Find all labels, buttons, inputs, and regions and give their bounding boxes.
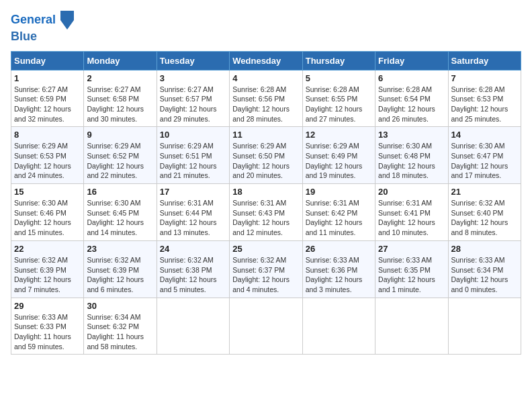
calendar-cell (448, 298, 521, 355)
day-number: 7 (451, 73, 518, 83)
calendar-table: SundayMondayTuesdayWednesdayThursdayFrid… (11, 51, 521, 355)
weekday-header-saturday: Saturday (448, 51, 521, 70)
calendar-cell: 5 Sunrise: 6:28 AMSunset: 6:55 PMDayligh… (302, 70, 375, 127)
calendar-cell: 29 Sunrise: 6:33 AMSunset: 6:33 PMDaylig… (11, 298, 84, 355)
calendar-cell: 17 Sunrise: 6:31 AMSunset: 6:44 PMDaylig… (157, 184, 229, 241)
weekday-header-friday: Friday (375, 51, 448, 70)
day-info: Sunrise: 6:33 AMSunset: 6:36 PMDaylight:… (306, 256, 363, 293)
calendar-cell: 27 Sunrise: 6:33 AMSunset: 6:35 PMDaylig… (375, 240, 448, 298)
day-info: Sunrise: 6:30 AMSunset: 6:45 PMDaylight:… (87, 199, 144, 236)
day-number: 20 (378, 187, 445, 197)
calendar-cell (302, 298, 375, 355)
day-info: Sunrise: 6:33 AMSunset: 6:34 PMDaylight:… (451, 256, 508, 293)
calendar-cell: 25 Sunrise: 6:32 AMSunset: 6:37 PMDaylig… (230, 240, 302, 298)
calendar-cell: 20 Sunrise: 6:31 AMSunset: 6:41 PMDaylig… (375, 184, 448, 241)
calendar-cell: 13 Sunrise: 6:30 AMSunset: 6:48 PMDaylig… (375, 127, 448, 184)
page-header: General Blue (11, 11, 521, 44)
calendar-cell (375, 298, 448, 355)
day-info: Sunrise: 6:29 AMSunset: 6:49 PMDaylight:… (306, 142, 363, 179)
day-number: 23 (87, 244, 153, 254)
day-info: Sunrise: 6:27 AMSunset: 6:58 PMDaylight:… (87, 85, 144, 123)
day-number: 3 (160, 73, 226, 83)
weekday-header-tuesday: Tuesday (157, 51, 229, 70)
calendar-cell: 11 Sunrise: 6:29 AMSunset: 6:50 PMDaylig… (230, 127, 302, 184)
calendar-cell: 14 Sunrise: 6:30 AMSunset: 6:47 PMDaylig… (448, 127, 521, 184)
day-number: 29 (14, 301, 81, 311)
calendar-cell: 21 Sunrise: 6:32 AMSunset: 6:40 PMDaylig… (448, 184, 521, 241)
calendar-cell: 28 Sunrise: 6:33 AMSunset: 6:34 PMDaylig… (448, 240, 521, 298)
day-number: 27 (378, 244, 445, 254)
calendar-week-4: 22 Sunrise: 6:32 AMSunset: 6:39 PMDaylig… (11, 240, 521, 298)
calendar-cell: 9 Sunrise: 6:29 AMSunset: 6:52 PMDayligh… (84, 127, 157, 184)
day-number: 19 (306, 187, 372, 197)
day-number: 25 (232, 244, 299, 254)
day-number: 12 (306, 130, 372, 140)
day-info: Sunrise: 6:28 AMSunset: 6:56 PMDaylight:… (232, 85, 290, 123)
day-info: Sunrise: 6:30 AMSunset: 6:47 PMDaylight:… (451, 142, 508, 179)
day-info: Sunrise: 6:27 AMSunset: 6:59 PMDaylight:… (14, 85, 71, 123)
calendar-cell: 3 Sunrise: 6:27 AMSunset: 6:57 PMDayligh… (157, 70, 229, 127)
day-info: Sunrise: 6:27 AMSunset: 6:57 PMDaylight:… (160, 85, 217, 123)
calendar-cell: 10 Sunrise: 6:29 AMSunset: 6:51 PMDaylig… (157, 127, 229, 184)
day-info: Sunrise: 6:28 AMSunset: 6:55 PMDaylight:… (306, 85, 363, 123)
day-info: Sunrise: 6:29 AMSunset: 6:50 PMDaylight:… (232, 142, 290, 179)
day-info: Sunrise: 6:28 AMSunset: 6:53 PMDaylight:… (451, 85, 508, 123)
calendar-cell: 12 Sunrise: 6:29 AMSunset: 6:49 PMDaylig… (302, 127, 375, 184)
calendar-cell (230, 298, 302, 355)
day-number: 13 (378, 130, 445, 140)
calendar-cell: 18 Sunrise: 6:31 AMSunset: 6:43 PMDaylig… (230, 184, 302, 241)
day-number: 28 (451, 244, 518, 254)
day-info: Sunrise: 6:29 AMSunset: 6:51 PMDaylight:… (160, 142, 217, 179)
calendar-cell: 19 Sunrise: 6:31 AMSunset: 6:42 PMDaylig… (302, 184, 375, 241)
day-number: 6 (378, 73, 445, 83)
day-number: 22 (14, 244, 81, 254)
day-number: 16 (87, 187, 153, 197)
day-info: Sunrise: 6:29 AMSunset: 6:53 PMDaylight:… (14, 142, 71, 179)
calendar-week-2: 8 Sunrise: 6:29 AMSunset: 6:53 PMDayligh… (11, 127, 521, 184)
day-info: Sunrise: 6:31 AMSunset: 6:41 PMDaylight:… (378, 199, 435, 236)
weekday-header-thursday: Thursday (302, 51, 375, 70)
day-info: Sunrise: 6:33 AMSunset: 6:35 PMDaylight:… (378, 256, 435, 293)
weekday-header-wednesday: Wednesday (230, 51, 302, 70)
calendar-cell: 4 Sunrise: 6:28 AMSunset: 6:56 PMDayligh… (230, 70, 302, 127)
day-number: 1 (14, 73, 81, 83)
day-number: 2 (87, 73, 153, 83)
calendar-cell: 24 Sunrise: 6:32 AMSunset: 6:38 PMDaylig… (157, 240, 229, 298)
day-info: Sunrise: 6:33 AMSunset: 6:33 PMDaylight:… (14, 313, 71, 351)
day-number: 15 (14, 187, 81, 197)
calendar-week-3: 15 Sunrise: 6:30 AMSunset: 6:46 PMDaylig… (11, 184, 521, 241)
calendar-week-1: 1 Sunrise: 6:27 AMSunset: 6:59 PMDayligh… (11, 70, 521, 127)
day-number: 11 (232, 130, 299, 140)
day-number: 26 (306, 244, 372, 254)
calendar-week-5: 29 Sunrise: 6:33 AMSunset: 6:33 PMDaylig… (11, 298, 521, 355)
day-number: 21 (451, 187, 518, 197)
day-number: 14 (451, 130, 518, 140)
day-info: Sunrise: 6:29 AMSunset: 6:52 PMDaylight:… (87, 142, 144, 179)
calendar-cell: 26 Sunrise: 6:33 AMSunset: 6:36 PMDaylig… (302, 240, 375, 298)
weekday-header-sunday: Sunday (11, 51, 84, 70)
logo-subtext: Blue (11, 30, 74, 44)
logo-text: General (11, 11, 74, 30)
calendar-cell: 30 Sunrise: 6:34 AMSunset: 6:32 PMDaylig… (84, 298, 157, 355)
svg-marker-0 (60, 11, 74, 30)
day-number: 4 (232, 73, 299, 83)
day-info: Sunrise: 6:31 AMSunset: 6:42 PMDaylight:… (306, 199, 363, 236)
calendar-cell: 1 Sunrise: 6:27 AMSunset: 6:59 PMDayligh… (11, 70, 84, 127)
day-number: 8 (14, 130, 81, 140)
day-number: 10 (160, 130, 226, 140)
day-info: Sunrise: 6:32 AMSunset: 6:39 PMDaylight:… (14, 256, 71, 293)
day-info: Sunrise: 6:30 AMSunset: 6:48 PMDaylight:… (378, 142, 435, 179)
calendar-cell: 2 Sunrise: 6:27 AMSunset: 6:58 PMDayligh… (84, 70, 157, 127)
calendar-cell: 23 Sunrise: 6:32 AMSunset: 6:39 PMDaylig… (84, 240, 157, 298)
calendar-cell: 16 Sunrise: 6:30 AMSunset: 6:45 PMDaylig… (84, 184, 157, 241)
day-info: Sunrise: 6:30 AMSunset: 6:46 PMDaylight:… (14, 199, 71, 236)
day-info: Sunrise: 6:28 AMSunset: 6:54 PMDaylight:… (378, 85, 435, 123)
calendar-cell: 22 Sunrise: 6:32 AMSunset: 6:39 PMDaylig… (11, 240, 84, 298)
calendar-cell: 15 Sunrise: 6:30 AMSunset: 6:46 PMDaylig… (11, 184, 84, 241)
day-info: Sunrise: 6:32 AMSunset: 6:38 PMDaylight:… (160, 256, 217, 293)
day-number: 24 (160, 244, 226, 254)
logo: General Blue (11, 11, 74, 44)
day-info: Sunrise: 6:34 AMSunset: 6:32 PMDaylight:… (87, 313, 144, 351)
calendar-cell: 7 Sunrise: 6:28 AMSunset: 6:53 PMDayligh… (448, 70, 521, 127)
day-info: Sunrise: 6:31 AMSunset: 6:44 PMDaylight:… (160, 199, 217, 236)
